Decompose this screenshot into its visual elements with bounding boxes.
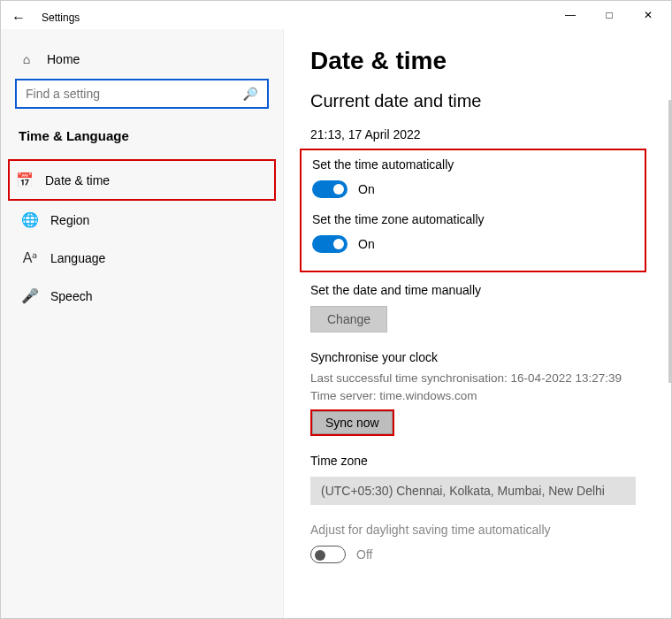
dst-state: Off [356, 547, 372, 562]
settings-window: ← Settings ― □ ✕ ⌂ Home 🔍 Time & Languag… [0, 0, 672, 619]
main-content: Date & time Current date and time 21:13,… [284, 29, 671, 618]
sync-last: Last successful time synchronisation: 16… [310, 370, 636, 387]
microphone-icon: 🎤 [22, 287, 38, 304]
group-title: Time & Language [15, 128, 269, 143]
scrollbar[interactable] [668, 100, 671, 383]
sync-highlight: Sync now [310, 409, 394, 436]
dst-toggle[interactable] [310, 546, 346, 563]
sidebar: ⌂ Home 🔍 Time & Language 📅 Date & time 🌐… [1, 29, 284, 618]
dst-section: Adjust for daylight saving time automati… [310, 523, 636, 563]
current-datetime: 21:13, 17 April 2022 [310, 127, 636, 141]
sync-now-button[interactable]: Sync now [312, 411, 393, 434]
sync-heading: Synchronise your clock [310, 350, 636, 364]
auto-tz-toggle[interactable] [312, 235, 347, 253]
window-title: Settings [42, 11, 80, 24]
auto-time-row: On [312, 180, 634, 198]
title-left: ← Settings [11, 10, 80, 26]
close-button[interactable]: ✕ [629, 2, 668, 28]
dst-label: Adjust for daylight saving time automati… [310, 523, 636, 537]
nav-label: Language [50, 251, 105, 265]
change-button[interactable]: Change [310, 306, 387, 332]
section-current-heading: Current date and time [310, 91, 636, 111]
minimize-button[interactable]: ― [551, 2, 590, 28]
globe-icon: 🌐 [22, 211, 38, 228]
manual-label: Set the date and time manually [310, 283, 636, 297]
search-input[interactable] [26, 87, 243, 101]
auto-tz-state: On [358, 237, 375, 251]
nav-label: Speech [50, 289, 92, 303]
timezone-select[interactable]: (UTC+05:30) Chennai, Kolkata, Mumbai, Ne… [310, 477, 636, 505]
nav-label: Region [50, 213, 89, 227]
auto-tz-row: On [312, 235, 634, 253]
calendar-clock-icon: 📅 [17, 172, 33, 188]
search-icon: 🔍 [243, 87, 258, 101]
nav-label: Date & time [45, 173, 110, 187]
tz-heading: Time zone [310, 454, 636, 468]
window-controls: ― □ ✕ [551, 2, 668, 28]
timezone-section: Time zone (UTC+05:30) Chennai, Kolkata, … [310, 454, 636, 505]
titlebar: ← Settings ― □ ✕ [1, 1, 671, 29]
auto-tz-label: Set the time zone automatically [312, 212, 634, 226]
search-box[interactable]: 🔍 [15, 79, 269, 109]
auto-time-label: Set the time automatically [312, 157, 634, 172]
language-icon: Aᵃ [22, 249, 38, 266]
home-nav[interactable]: ⌂ Home [15, 45, 269, 79]
sync-section: Synchronise your clock Last successful t… [310, 350, 636, 436]
back-arrow-icon[interactable]: ← [11, 10, 26, 26]
auto-time-state: On [358, 182, 375, 196]
home-icon: ⌂ [19, 52, 34, 66]
nav-speech[interactable]: 🎤 Speech [15, 277, 269, 315]
nav-date-time[interactable]: 📅 Date & time [8, 159, 276, 201]
body: ⌂ Home 🔍 Time & Language 📅 Date & time 🌐… [1, 29, 671, 618]
home-label: Home [47, 52, 80, 66]
sync-server: Time server: time.windows.com [310, 387, 636, 405]
maximize-button[interactable]: □ [590, 2, 629, 28]
nav-region[interactable]: 🌐 Region [15, 201, 269, 239]
auto-time-toggle[interactable] [312, 180, 347, 198]
dst-row: Off [310, 546, 636, 563]
nav-language[interactable]: Aᵃ Language [15, 239, 269, 277]
auto-toggles-highlight: Set the time automatically On Set the ti… [300, 149, 646, 272]
page-title: Date & time [310, 47, 636, 75]
